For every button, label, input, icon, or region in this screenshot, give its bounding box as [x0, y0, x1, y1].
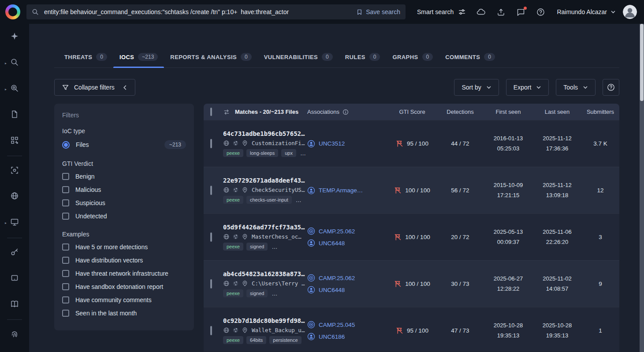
tag[interactable]: checks-user-input [246, 196, 292, 204]
tag[interactable]: persistence [269, 336, 301, 344]
search-input[interactable] [43, 8, 352, 16]
tab-comments[interactable]: COMMENTS0 [439, 46, 501, 67]
filter-ioc-files[interactable]: Files ~213 [62, 137, 186, 152]
tab-graphs[interactable]: GRAPHS0 [386, 46, 439, 67]
row-checkbox[interactable] [210, 279, 212, 288]
association-link[interactable]: TEMP.Armage… [307, 187, 387, 195]
tag[interactable]: upx [281, 149, 296, 157]
search-bar[interactable]: Save search [26, 4, 406, 19]
info-icon[interactable] [342, 109, 349, 115]
association-link[interactable]: UNC6448 [307, 239, 387, 247]
checkbox[interactable] [62, 270, 69, 277]
file-hash[interactable]: 64c731adbe1b96cb57652… [223, 130, 307, 137]
filter-have-sandbox-detonation-report[interactable]: Have sandbox detonation report [62, 280, 186, 293]
help-icon[interactable] [536, 7, 545, 17]
tab-rules[interactable]: RULES0 [339, 46, 387, 67]
upload-icon[interactable] [496, 7, 506, 17]
tab-reports-analysis[interactable]: REPORTS & ANALYSIS0 [164, 46, 257, 67]
filter-benign[interactable]: Benign [62, 170, 186, 183]
smart-search-button[interactable]: Smart search [417, 8, 466, 16]
sort-by-button[interactable]: Sort by [454, 79, 499, 96]
filter-have-5-or-more-detections[interactable]: Have 5 or more detections [62, 240, 186, 254]
tag[interactable]: long-sleeps [246, 149, 278, 157]
more-tags[interactable]: … [271, 243, 279, 250]
sidebar-item-hunting[interactable]: ▸ [6, 81, 23, 98]
checkbox[interactable] [62, 283, 69, 290]
sidebar-item-search[interactable]: ▸ [6, 55, 23, 72]
tag[interactable]: peexe [223, 289, 243, 297]
filter-have-threat-network-infrastructure[interactable]: Have threat network infrastructure [62, 267, 186, 280]
save-search-button[interactable]: Save search [356, 8, 400, 15]
tag[interactable]: signed [246, 243, 268, 251]
checkbox[interactable] [62, 310, 69, 317]
checkbox[interactable] [62, 199, 69, 206]
file-hash[interactable]: ab4cd54823a162838a873… [223, 270, 307, 277]
association-link[interactable]: CAMP.25.062 [307, 227, 387, 235]
filter-malicious[interactable]: Malicious [62, 183, 186, 196]
table-row[interactable]: 05d9f4426ad77fcf73a35…MasterChess_oc…pee… [204, 213, 619, 260]
file-hash[interactable]: 0c92b7d18dc80be99fd98… [223, 317, 307, 324]
scrollbar-thumb[interactable] [640, 24, 644, 101]
file-hash[interactable]: 22e97292671ada8deef43… [223, 177, 307, 184]
tools-button[interactable]: Tools [556, 79, 596, 96]
scrollbar-track[interactable] [640, 24, 644, 352]
sidebar-item-scan[interactable] [6, 162, 23, 180]
chat-icon[interactable] [516, 7, 525, 17]
tag[interactable]: peexe [223, 243, 243, 251]
sidebar-item-globe[interactable] [6, 188, 23, 206]
more-tags[interactable]: … [295, 197, 303, 203]
association-link[interactable]: UNC3512 [307, 140, 387, 148]
sidebar-item-references-book[interactable] [6, 296, 23, 313]
row-checkbox[interactable] [210, 232, 212, 242]
checkbox[interactable] [62, 243, 69, 251]
file-hash[interactable]: 05d9f4426ad77fcf73a35… [223, 224, 307, 231]
checkbox[interactable] [62, 173, 69, 180]
export-button[interactable]: Export [506, 79, 549, 96]
filter-have-distribution-vectors[interactable]: Have distribution vectors [62, 254, 186, 267]
tag[interactable]: signed [246, 289, 268, 297]
app-logo-icon[interactable] [5, 4, 20, 19]
row-checkbox[interactable] [210, 139, 212, 148]
tab-vulnerabilities[interactable]: VULNERABILITIES0 [258, 46, 339, 67]
tag[interactable]: 64bits [246, 336, 266, 344]
user-menu[interactable]: Raimundo Alcazar [557, 8, 616, 15]
avatar[interactable] [623, 5, 637, 19]
tab-threats[interactable]: THREATS0 [58, 46, 113, 67]
select-all-checkbox[interactable] [210, 108, 212, 116]
table-row[interactable]: 0c92b7d18dc80be99fd98…Wallet_Backup_u…pe… [204, 307, 619, 352]
checkbox[interactable] [62, 213, 69, 220]
sidebar-item-device[interactable] [6, 270, 23, 288]
sidebar-item-monitor[interactable]: ▸ [6, 214, 23, 232]
tag[interactable]: peexe [223, 336, 243, 344]
filter-have-community-comments[interactable]: Have community comments [62, 293, 186, 307]
association-link[interactable]: CAMP.25.062 [307, 274, 387, 282]
tag[interactable]: peexe [223, 196, 243, 204]
collapse-filters-button[interactable]: Collapse filters [54, 79, 135, 96]
more-tags[interactable]: … [271, 290, 279, 297]
table-row[interactable]: 64c731adbe1b96cb57652…CustomizationFi…pe… [204, 120, 619, 167]
table-row[interactable]: 22e97292671ada8deef43…CheckSecurityUS…pe… [204, 167, 619, 213]
filter-undetected[interactable]: Undetected [62, 210, 186, 223]
more-tags[interactable]: … [299, 150, 307, 157]
association-link[interactable]: CAMP.25.045 [307, 321, 387, 329]
sidebar-item-file[interactable] [6, 107, 23, 124]
cloud-icon[interactable] [476, 7, 486, 17]
tag[interactable]: peexe [223, 149, 243, 157]
checkbox[interactable] [62, 257, 69, 264]
association-link[interactable]: UNC6448 [307, 286, 387, 294]
help-button[interactable] [603, 79, 619, 96]
row-checkbox[interactable] [210, 186, 212, 195]
row-checkbox[interactable] [210, 326, 212, 335]
filter-seen-in-the-last-month[interactable]: Seen in the last month [62, 307, 186, 320]
sidebar-item-fingerprint[interactable] [6, 326, 23, 343]
filter-suspicious[interactable]: Suspicious [62, 196, 186, 210]
sidebar-item-code-similarity[interactable] [6, 132, 23, 150]
table-row[interactable]: ab4cd54823a162838a873…C:\Users\Terry …pe… [204, 260, 619, 307]
association-link[interactable]: UNC6186 [307, 333, 387, 341]
tab-iocs[interactable]: IOCS~213 [113, 46, 164, 67]
radio-selected[interactable] [62, 141, 70, 149]
sidebar-item-key[interactable] [6, 244, 23, 262]
sidebar-item-ai-sparkles[interactable] [6, 29, 23, 46]
checkbox[interactable] [62, 296, 69, 303]
checkbox[interactable] [62, 186, 69, 193]
